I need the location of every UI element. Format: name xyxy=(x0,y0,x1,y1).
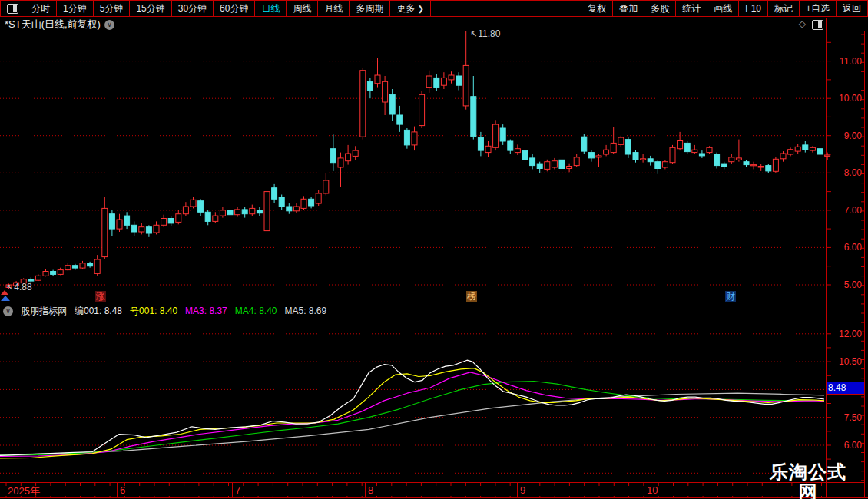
y-axis-label: 7.00 xyxy=(828,205,862,216)
toolbar-item[interactable]: 复权 xyxy=(581,1,612,16)
y-axis-label: 9.00 xyxy=(828,131,862,141)
toolbar-item[interactable]: 统计 xyxy=(675,1,707,16)
x-axis-label: 8 xyxy=(368,484,373,496)
toolbar-item[interactable]: 月线 xyxy=(318,1,350,16)
tools-toolbar: 复权叠加多股统计画线F10标记+自选返回 xyxy=(581,1,867,16)
diamond-icon[interactable]: ◇ xyxy=(799,19,806,30)
indicator-field: MA5: 8.69 xyxy=(285,306,327,316)
indicator-header: ∨ 股朋指标网 编001: 8.48号001: 8.40MA3: 8.37MA4… xyxy=(3,305,326,317)
toolbar-item[interactable]: 标记 xyxy=(767,1,799,16)
watermark: 乐淘公式网 www.60lt.com xyxy=(764,462,853,499)
toolbar-item[interactable]: 5分钟 xyxy=(94,1,131,16)
layout-icon[interactable] xyxy=(1,1,25,16)
toolbar-item[interactable]: 多周期 xyxy=(350,1,390,16)
y-axis-label: 8.00 xyxy=(828,167,862,178)
watermark-title: 乐淘公式网 xyxy=(764,462,853,499)
high-arrow-icon: ↖ xyxy=(470,29,477,38)
toolbar-item[interactable]: 更多❯ xyxy=(390,1,430,16)
indicator-field: 号001: 8.40 xyxy=(130,305,177,318)
toolbar-item[interactable]: 多股 xyxy=(644,1,675,16)
chevron-right-icon: ❯ xyxy=(417,5,423,13)
indicator-value-badge: 8.48 xyxy=(827,382,864,395)
toolbar-item[interactable]: 返回 xyxy=(836,1,867,16)
toolbar-item[interactable]: +自选 xyxy=(799,1,836,16)
low-price-label: 4.88 xyxy=(14,282,31,292)
indicator-collapse-icon[interactable]: ∨ xyxy=(3,306,13,316)
toolbar-item[interactable]: 分时 xyxy=(25,1,57,16)
chart-canvas xyxy=(0,0,868,499)
indicator-name[interactable]: 股朋指标网 xyxy=(21,305,67,318)
up-triangles-icon xyxy=(1,290,10,301)
hot-badge[interactable]: 财 xyxy=(725,291,736,302)
hot-badge[interactable]: 涨 xyxy=(95,291,106,302)
x-axis-label: 6 xyxy=(120,484,125,496)
x-axis-year-label: 2025年 xyxy=(8,484,40,498)
layout-icon xyxy=(7,4,18,14)
indicator-field: MA3: 8.37 xyxy=(185,306,227,316)
toolbar-item[interactable]: 叠加 xyxy=(612,1,644,16)
x-axis-label: 7 xyxy=(235,484,240,496)
low-price-annotation: ↖4.88 xyxy=(6,282,32,292)
toolbar-item[interactable]: 周线 xyxy=(287,1,318,16)
period-toolbar: 分时1分钟5分钟15分钟30分钟60分钟日线周线月线多周期更多❯ xyxy=(1,1,431,16)
y-axis-label: 6.00 xyxy=(828,440,862,451)
y-axis-label: 10.50 xyxy=(828,356,862,367)
high-price-annotation: ↖11.80 xyxy=(470,28,500,39)
toolbar-item[interactable]: 30分钟 xyxy=(172,1,214,16)
top-toolbar: 分时1分钟5分钟15分钟30分钟60分钟日线周线月线多周期更多❯ 复权叠加多股统… xyxy=(0,0,868,17)
hot-badge[interactable]: 榜 xyxy=(466,291,477,302)
y-axis-label: 7.50 xyxy=(828,412,862,423)
chevron-down-icon[interactable]: ∨ xyxy=(104,20,114,30)
toolbar-item[interactable]: 画线 xyxy=(707,1,738,16)
toolbar-item[interactable]: 60分钟 xyxy=(214,1,255,16)
symbol-title-row: *ST天山(日线,前复权) ∨ xyxy=(5,18,114,31)
toolbar-item[interactable]: 15分钟 xyxy=(130,1,171,16)
toolbar-item[interactable]: F10 xyxy=(738,1,767,16)
indicator-field: 编001: 8.48 xyxy=(75,305,122,318)
y-axis-label: 6.00 xyxy=(828,242,862,253)
indicator-field: MA4: 8.40 xyxy=(235,306,277,316)
x-axis-label: 9 xyxy=(520,484,525,496)
x-axis-label: 10 xyxy=(647,484,658,496)
toolbar-item[interactable]: 日线 xyxy=(255,1,287,16)
toolbar-item[interactable]: 1分钟 xyxy=(57,1,94,16)
high-price-label: 11.80 xyxy=(478,28,500,39)
y-axis-label: 5.00 xyxy=(828,279,862,290)
panel-toggle-icon[interactable] xyxy=(812,20,823,30)
symbol-title: *ST天山(日线,前复权) xyxy=(5,18,101,31)
y-axis-label: 11.00 xyxy=(828,56,862,67)
y-axis-label: 12.00 xyxy=(828,329,862,339)
y-axis-label: 10.00 xyxy=(828,93,862,104)
